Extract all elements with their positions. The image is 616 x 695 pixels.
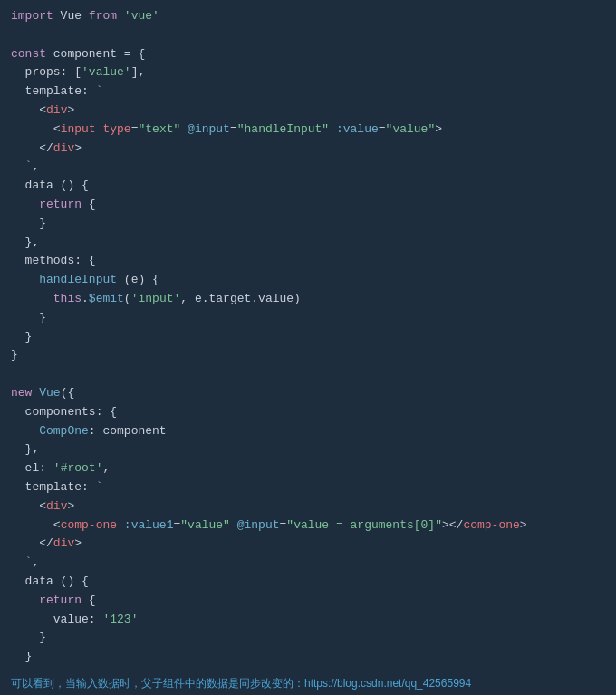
code-line-4: props: ['value'], [11, 63, 605, 82]
code-line-11: return { [11, 196, 605, 215]
code-line-3: const component = { [11, 45, 605, 64]
code-line-14: methods: { [11, 252, 605, 271]
code-line-20 [11, 365, 605, 384]
code-line-24: }, [11, 440, 605, 459]
code-line-33: value: '123' [11, 611, 605, 630]
code-line-31: data () { [11, 573, 605, 592]
code-line-7: <input type="text" @input="handleInput" … [11, 121, 605, 140]
footer-link[interactable]: https://blog.csdn.net/qq_42565994 [304, 677, 471, 690]
code-line-34: } [11, 629, 605, 648]
code-editor: import Vue from 'vue' const component = … [0, 0, 616, 671]
code-line-10: data () { [11, 177, 605, 196]
code-line-9: `, [11, 158, 605, 177]
code-line-2 [11, 26, 605, 45]
code-line-5: template: ` [11, 82, 605, 101]
code-line-35: } [11, 648, 605, 667]
code-line-15: handleInput (e) { [11, 271, 605, 290]
code-line-26: template: ` [11, 478, 605, 497]
code-line-23: CompOne: component [11, 422, 605, 441]
code-line-30: `, [11, 554, 605, 573]
code-line-16: this.$emit('input', e.target.value) [11, 290, 605, 309]
code-line-28: <comp-one :value1="value" @input="value … [11, 516, 605, 536]
code-line-13: }, [11, 234, 605, 253]
code-line-22: components: { [11, 403, 605, 422]
code-line-21: new Vue({ [11, 384, 605, 403]
code-line-18: } [11, 328, 605, 347]
code-line-17: } [11, 309, 605, 328]
code-line-27: <div> [11, 497, 605, 516]
code-line-6: <div> [11, 101, 605, 121]
code-line-25: el: '#root', [11, 459, 605, 478]
footer-text: 可以看到，当输入数据时，父子组件中的数据是同步改变的： [11, 676, 304, 691]
code-line-1: import Vue from 'vue' [11, 7, 605, 26]
code-line-29: </div> [11, 535, 605, 554]
code-line-12: } [11, 215, 605, 234]
code-line-32: return { [11, 592, 605, 611]
code-line-19: } [11, 346, 605, 365]
code-line-8: </div> [11, 140, 605, 159]
footer-caption: 可以看到，当输入数据时，父子组件中的数据是同步改变的： https://blog… [0, 671, 616, 695]
